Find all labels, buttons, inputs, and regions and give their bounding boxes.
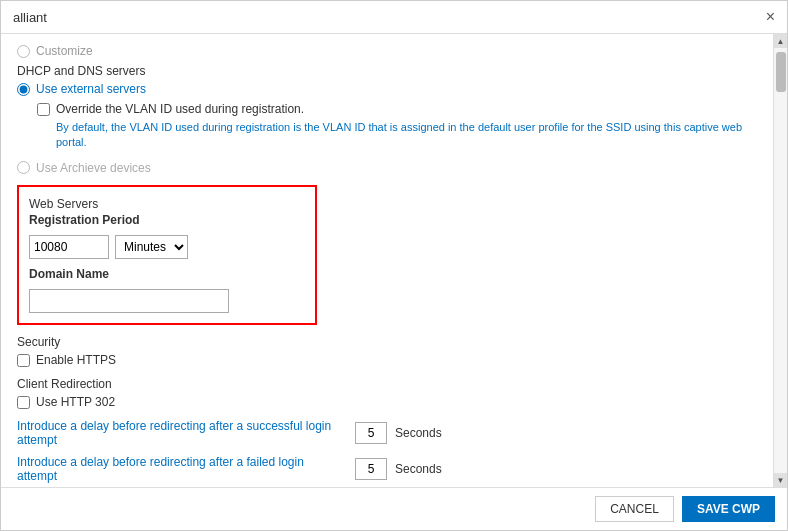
scrollbar-thumb[interactable] xyxy=(776,52,786,92)
customize-label: Customize xyxy=(36,44,93,58)
scrollbar-track: ▲ ▼ xyxy=(773,34,787,487)
dialog-header: alliant × xyxy=(1,1,787,34)
delay-failed-row: Introduce a delay before redirecting aft… xyxy=(17,455,757,483)
domain-name-label: Domain Name xyxy=(29,267,305,281)
web-servers-box: Web Servers Registration Period 10080 Mi… xyxy=(17,185,317,325)
use-http-label: Use HTTP 302 xyxy=(36,395,115,409)
use-external-radio[interactable] xyxy=(17,83,30,96)
use-archieve-label: Use Archieve devices xyxy=(36,161,151,175)
use-archieve-row: Use Archieve devices xyxy=(17,161,757,175)
registration-period-label: Registration Period xyxy=(29,213,305,227)
scroll-content[interactable]: Customize DHCP and DNS servers Use exter… xyxy=(1,34,773,487)
customize-radio[interactable] xyxy=(17,45,30,58)
use-external-label: Use external servers xyxy=(36,82,146,96)
registration-value-input[interactable]: 10080 xyxy=(29,235,109,259)
override-note: By default, the VLAN ID used during regi… xyxy=(56,120,757,151)
client-redirect-section: Client Redirection Use HTTP 302 xyxy=(17,377,757,409)
dialog-body: Customize DHCP and DNS servers Use exter… xyxy=(1,34,787,487)
web-servers-label: Web Servers xyxy=(29,197,305,211)
save-button[interactable]: SAVE CWP xyxy=(682,496,775,522)
delay-failed-text: Introduce a delay before redirecting aft… xyxy=(17,455,347,483)
security-label: Security xyxy=(17,335,757,349)
delay-failed-unit: Seconds xyxy=(395,462,442,476)
scrollbar-down-button[interactable]: ▼ xyxy=(774,473,787,487)
dialog-footer: CANCEL SAVE CWP xyxy=(1,487,787,530)
delay-success-unit: Seconds xyxy=(395,426,442,440)
customize-row: Customize xyxy=(17,44,757,58)
scrollbar-up-button[interactable]: ▲ xyxy=(774,34,787,48)
dhcp-section: DHCP and DNS servers Use external server… xyxy=(17,64,757,151)
dhcp-title: DHCP and DNS servers xyxy=(17,64,757,78)
use-external-row: Use external servers xyxy=(17,82,757,96)
override-checkbox[interactable] xyxy=(37,103,50,116)
domain-name-input[interactable] xyxy=(29,289,229,313)
use-http-row: Use HTTP 302 xyxy=(17,395,757,409)
use-archieve-radio[interactable] xyxy=(17,161,30,174)
registration-input-group: 10080 Minutes Hours Days xyxy=(29,235,305,259)
delay-success-row: Introduce a delay before redirecting aft… xyxy=(17,419,757,447)
override-checkbox-label: Override the VLAN ID used during registr… xyxy=(56,102,304,116)
enable-https-label: Enable HTTPS xyxy=(36,353,116,367)
client-redirect-label: Client Redirection xyxy=(17,377,757,391)
delay-success-input[interactable]: 5 xyxy=(355,422,387,444)
registration-unit-select[interactable]: Minutes Hours Days xyxy=(115,235,188,259)
delay-failed-input[interactable]: 5 xyxy=(355,458,387,480)
override-checkbox-row: Override the VLAN ID used during registr… xyxy=(37,102,757,116)
enable-https-checkbox[interactable] xyxy=(17,354,30,367)
dialog-title: alliant xyxy=(13,10,47,25)
delay-success-text: Introduce a delay before redirecting aft… xyxy=(17,419,347,447)
dialog: alliant × Customize DHCP and DNS servers… xyxy=(0,0,788,531)
use-http-checkbox[interactable] xyxy=(17,396,30,409)
cancel-button[interactable]: CANCEL xyxy=(595,496,674,522)
security-section: Security Enable HTTPS xyxy=(17,335,757,367)
enable-https-row: Enable HTTPS xyxy=(17,353,757,367)
close-button[interactable]: × xyxy=(766,9,775,25)
